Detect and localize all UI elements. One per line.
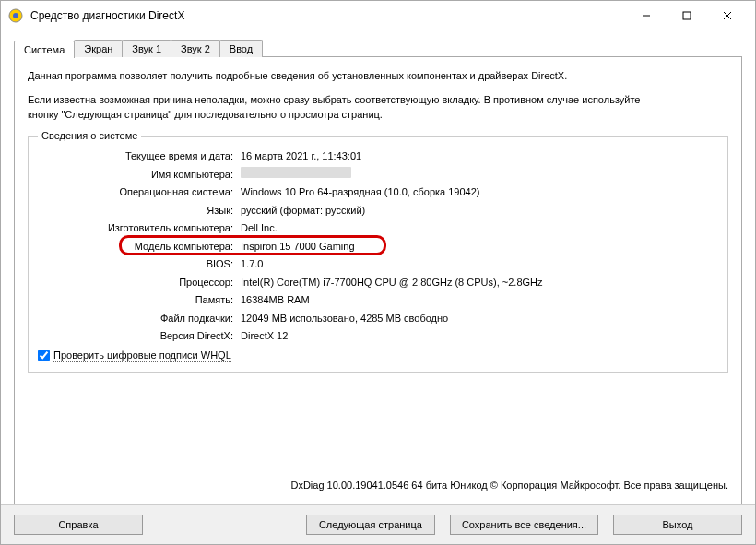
tab-system[interactable]: Система [14,41,75,58]
row-pagefile: Файл подкачки: 12049 MB использовано, 42… [38,311,718,326]
group-title: Сведения о системе [38,130,141,141]
whql-checkbox-row: Проверить цифровые подписи WHQL [38,350,718,362]
value-os: Windows 10 Pro 64-разрядная (10.0, сборк… [241,184,718,200]
value-directx: DirectX 12 [241,328,718,344]
tab-sound1[interactable]: Звук 1 [122,40,171,57]
value-bios: 1.7.0 [241,256,718,272]
value-lang: русский (формат: русский) [241,203,718,219]
tab-screen[interactable]: Экран [74,40,123,57]
intro-text-3: кнопку "Следующая страница" для последов… [28,109,728,120]
label-bios: BIOS: [38,256,241,272]
close-button[interactable] [707,2,748,30]
row-manufacturer: Изготовитель компьютера: Dell Inc. [38,220,718,236]
help-button[interactable]: Справка [14,515,143,535]
tab-input[interactable]: Ввод [219,40,263,57]
content-area: Система Экран Звук 1 Звук 2 Ввод Данная … [1,30,755,504]
label-ram: Память: [38,292,241,308]
minimize-button[interactable] [626,2,667,30]
tab-sound2[interactable]: Звук 2 [171,40,220,57]
svg-rect-3 [683,12,691,19]
maximize-button[interactable] [667,2,707,30]
whql-checkbox-text: Проверить цифровые подписи WHQL [53,350,231,362]
label-cpu: Процессор: [38,275,241,290]
row-model: Модель компьютера: Inspiron 15 7000 Gami… [38,239,718,255]
system-info-group: Сведения о системе Текущее время и дата:… [28,136,728,373]
intro-text-2: Если известна возможная причина неполадк… [28,94,728,105]
label-directx: Версия DirectX: [38,328,241,344]
next-page-button[interactable]: Следующая страница [306,515,435,535]
label-lang: Язык: [38,203,241,219]
value-cpu: Intel(R) Core(TM) i7-7700HQ CPU @ 2.80GH… [241,275,718,290]
save-button[interactable]: Сохранить все сведения... [450,515,598,535]
tab-panel: Данная программа позволяет получить подр… [14,56,742,504]
row-directx: Версия DirectX: DirectX 12 [38,328,718,344]
label-pagefile: Файл подкачки: [38,311,241,326]
tab-strip: Система Экран Звук 1 Звук 2 Ввод [14,40,742,57]
value-model: Inspiron 15 7000 Gaming [241,239,718,255]
row-ram: Память: 16384MB RAM [38,292,718,308]
value-ram: 16384MB RAM [241,292,718,308]
window: Средство диагностики DirectX Система Экр… [0,0,756,545]
app-icon [8,8,23,23]
titlebar: Средство диагностики DirectX [1,1,755,30]
row-os: Операционная система: Windows 10 Pro 64-… [38,184,718,200]
exit-button[interactable]: Выход [613,515,742,535]
label-manufacturer: Изготовитель компьютера: [38,220,241,236]
value-manufacturer: Dell Inc. [241,220,718,236]
value-computer-name [241,167,718,183]
window-title: Средство диагностики DirectX [30,9,626,22]
button-bar: Справка Следующая страница Сохранить все… [1,504,755,544]
value-pagefile: 12049 MB использовано, 4285 MB свободно [241,311,718,326]
whql-checkbox[interactable] [38,350,50,361]
redacted-value [241,167,351,178]
row-lang: Язык: русский (формат: русский) [38,203,718,219]
row-computer-name: Имя компьютера: [38,167,718,183]
label-os: Операционная система: [38,184,241,200]
intro-text-1: Данная программа позволяет получить подр… [28,70,728,81]
whql-checkbox-label[interactable]: Проверить цифровые подписи WHQL [38,350,231,362]
window-controls [626,2,748,30]
footer-copyright: DxDiag 10.00.19041.0546 64 бита Юникод ©… [28,472,728,491]
label-computer-name: Имя компьютера: [38,167,241,183]
row-datetime: Текущее время и дата: 16 марта 2021 г., … [38,148,718,164]
row-bios: BIOS: 1.7.0 [38,256,718,272]
row-cpu: Процессор: Intel(R) Core(TM) i7-7700HQ C… [38,275,718,290]
label-model: Модель компьютера: [38,239,241,255]
svg-point-1 [13,13,18,18]
label-datetime: Текущее время и дата: [38,148,241,164]
value-datetime: 16 марта 2021 г., 11:43:01 [241,148,718,164]
